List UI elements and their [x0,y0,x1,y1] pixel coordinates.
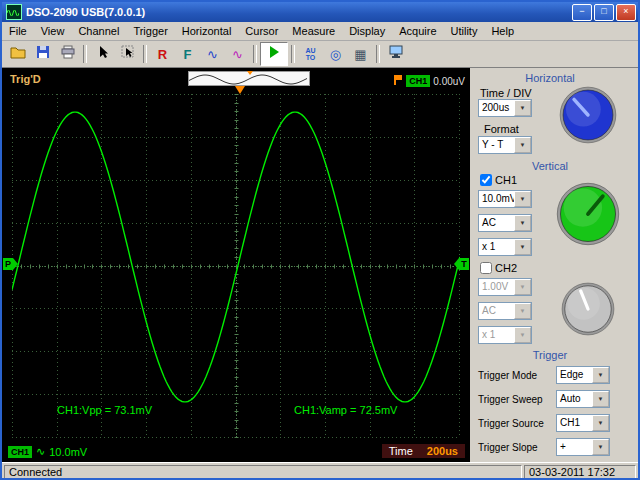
ch2-vertical-knob[interactable] [561,282,615,336]
status-datetime: 03-03-2011 17:32 [524,465,636,479]
system-info-button[interactable] [383,42,408,66]
scope-display: Trig'D CH1 0.00uV P T CH1:Vpp = 73.1mV [2,68,470,462]
buffer-preview[interactable] [188,71,310,86]
toolbar-separator [143,45,147,63]
monitor-icon [388,45,404,63]
dropdown-arrow-icon: ▼ [514,215,531,231]
play-icon [267,45,281,63]
start-stop-button[interactable] [260,42,288,66]
title-bar[interactable]: DSO-2090 USB(7.0.0.1) − □ × [2,2,638,22]
format-dropdown[interactable]: Y - T ▼ [478,136,532,154]
save-button[interactable] [30,42,55,66]
graticule [12,94,460,438]
dropdown-arrow-icon: ▼ [592,439,609,455]
maximize-button[interactable]: □ [594,4,614,21]
dropdown-arrow-icon: ▼ [592,367,609,383]
trigger-source-dropdown[interactable]: CH1 ▼ [556,414,610,432]
fft-button[interactable]: F [175,42,200,66]
menu-measure[interactable]: Measure [285,23,342,39]
ch1-enable-row: CH1 [480,174,517,186]
menu-display[interactable]: Display [342,23,392,39]
ch2-label: CH2 [495,262,517,274]
sine-wave-icon: ∿ [207,47,218,62]
dropdown-arrow-icon: ▼ [514,303,531,319]
waveform-zoom-in-button[interactable]: ∿ [200,42,225,66]
channel-position-marker[interactable]: P [3,258,18,270]
status-connection: Connected [4,465,522,479]
sine-wave-icon: ∿ [232,47,243,62]
dropdown-arrow-icon: ▼ [514,239,531,255]
toolbar-separator [376,45,380,63]
toolbar-separator [253,45,257,63]
ch2-probe-dropdown[interactable]: x 1 ▼ [478,326,532,344]
menu-file[interactable]: File [2,23,34,39]
auto-setup-button[interactable]: AUTO [298,42,323,66]
printer-icon [60,45,76,63]
horizontal-knob[interactable] [559,86,617,144]
window-title: DSO-2090 USB(7.0.0.1) [26,6,570,18]
time-div-dropdown[interactable]: 200us ▼ [478,99,532,117]
menu-horizontal[interactable]: Horizontal [175,23,239,39]
grid-icon: ▦ [354,47,366,62]
app-window: DSO-2090 USB(7.0.0.1) − □ × File View Ch… [0,0,640,480]
trigger-mode-label: Trigger Mode [478,370,537,381]
dropdown-arrow-icon: ▼ [514,191,531,207]
trigger-flag-icon [393,72,403,90]
menu-utility[interactable]: Utility [444,23,485,39]
arrow-select-icon [121,45,135,63]
menu-cursor[interactable]: Cursor [238,23,285,39]
channel-readout: CH1 ∿ 10.0mV [8,445,87,458]
cursor-tool-button[interactable] [90,42,115,66]
ch2-coupling-dropdown[interactable]: AC ▼ [478,302,532,320]
time-value: 200us [427,445,458,457]
open-file-button[interactable] [5,42,30,66]
close-button[interactable]: × [616,4,636,21]
trigger-sweep-label: Trigger Sweep [478,394,543,405]
select-tool-button[interactable] [115,42,140,66]
toolbar: R F ∿ ∿ AUTO ◎ ▦ [2,41,638,68]
ch1-probe-dropdown[interactable]: x 1 ▼ [478,238,532,256]
horizontal-section-title: Horizontal [470,72,630,84]
print-button[interactable] [55,42,80,66]
dropdown-arrow-icon: ▼ [514,327,531,343]
trigger-level-marker[interactable]: T [454,258,469,270]
trigger-status-label: Trig'D [10,73,41,85]
floppy-disk-icon [36,45,50,63]
dropdown-arrow-icon: ▼ [514,279,531,295]
waveform-zoom-out-button[interactable]: ∿ [225,42,250,66]
refresh-button[interactable]: R [150,42,175,66]
status-bar: Connected 03-03-2011 17:32 [2,462,638,480]
menu-help[interactable]: Help [484,23,521,39]
refresh-icon: R [158,47,167,62]
buffer-position-marker[interactable] [247,71,253,75]
dropdown-arrow-icon: ▼ [592,415,609,431]
ch2-checkbox[interactable] [480,262,492,274]
menu-view[interactable]: View [34,23,72,39]
ch1-volts-div-dropdown[interactable]: 10.0mV ▼ [478,190,532,208]
ch2-volts-div-dropdown[interactable]: 1.00V ▼ [478,278,532,296]
trigger-mode-dropdown[interactable]: Edge ▼ [556,366,610,384]
display-grid-button[interactable]: ▦ [348,42,373,66]
measurement-vamp: CH1:Vamp = 72.5mV [294,404,397,416]
menu-channel[interactable]: Channel [71,23,126,39]
timebase-readout: Time 200us [382,444,465,458]
ch1-label: CH1 [495,174,517,186]
fft-icon: F [184,47,192,62]
minimize-button[interactable]: − [572,4,592,21]
menu-trigger[interactable]: Trigger [126,23,174,39]
trigger-slope-dropdown[interactable]: + ▼ [556,438,610,456]
dropdown-arrow-icon: ▼ [592,391,609,407]
trigger-sweep-dropdown[interactable]: Auto ▼ [556,390,610,408]
self-calibration-button[interactable]: ◎ [323,42,348,66]
ch1-vertical-knob[interactable] [556,182,620,246]
ch1-checkbox[interactable] [480,174,492,186]
vertical-section-title: Vertical [470,160,630,172]
trigger-time-marker[interactable] [235,86,245,94]
trigger-info: CH1 0.00uV [393,72,465,90]
app-icon [6,4,22,20]
target-icon: ◎ [330,47,341,62]
dropdown-arrow-icon: ▼ [514,137,531,153]
arrow-cursor-icon [96,45,110,63]
menu-acquire[interactable]: Acquire [392,23,443,39]
ch1-coupling-dropdown[interactable]: AC ▼ [478,214,532,232]
